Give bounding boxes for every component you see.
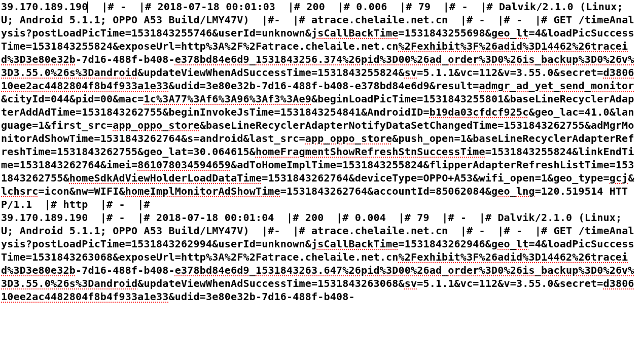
log-output: 39.170.189.190 |# - |# 2018-07-18 00:01:… — [0, 0, 641, 303]
ip: 39.170.189.190 — [1, 211, 88, 224]
host: atrace.chelaile.net.cn — [311, 14, 448, 26]
timestamp: 2018-07-18 00:01:04 — [156, 211, 274, 224]
bytes: 79 — [417, 211, 429, 224]
bytes: 79 — [418, 1, 431, 13]
duration: 0.004 — [355, 211, 386, 224]
duration: 0.006 — [356, 1, 387, 13]
log-entry-2: 39.170.189.190 |# - |# 2018-07-18 00:01:… — [1, 211, 634, 303]
text-cursor — [87, 2, 88, 13]
host: atrace.chelaile.net.cn — [311, 225, 448, 237]
log-entry-1: 39.170.189.190 |# - |# 2018-07-18 00:01:… — [1, 1, 634, 210]
status: 200 — [306, 1, 325, 13]
status: 200 — [305, 211, 324, 224]
ip: 39.170.189.190 — [1, 1, 88, 13]
timestamp: 2018-07-18 00:01:03 — [158, 1, 276, 13]
